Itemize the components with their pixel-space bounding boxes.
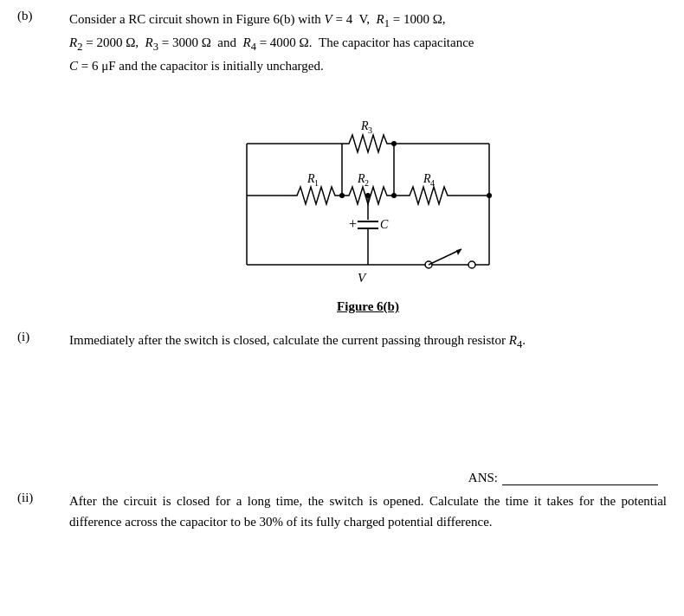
question-block: (b) Consider a RC circuit shown in Figur…	[17, 9, 667, 321]
ans-label: ANS:	[468, 471, 658, 485]
subquestion-ii-content: After the circuit is closed for a long t…	[69, 491, 667, 532]
subquestion-ii: (ii) After the circuit is closed for a l…	[17, 491, 667, 532]
svg-point-20	[391, 141, 397, 146]
subquestion-i: (i) Immediately after the switch is clos…	[17, 330, 667, 353]
svg-text:V: V	[358, 271, 367, 285]
problem-text: Consider a RC circuit shown in Figure 6(…	[69, 9, 667, 76]
question-content: Consider a RC circuit shown in Figure 6(…	[69, 9, 667, 321]
svg-line-29	[429, 249, 461, 265]
figure-label: Figure 6(b)	[69, 299, 667, 314]
svg-text:+: +	[349, 216, 357, 231]
circuit-diagram: R 3 R 1 R	[69, 92, 667, 291]
svg-point-31	[468, 261, 475, 268]
subquestion-ii-label: (ii)	[17, 491, 69, 532]
svg-text:4: 4	[430, 178, 435, 188]
svg-text:2: 2	[365, 178, 369, 188]
svg-text:1: 1	[314, 178, 319, 188]
ans-underline-i	[502, 484, 658, 485]
svg-text:C: C	[380, 218, 389, 231]
svg-point-13	[339, 193, 345, 198]
svg-point-27	[365, 193, 371, 198]
svg-marker-30	[456, 249, 461, 255]
ans-line: ANS:	[17, 471, 658, 485]
subquestion-i-content: Immediately after the switch is closed, …	[69, 330, 667, 353]
svg-point-33	[487, 193, 492, 198]
question-label: (b)	[17, 9, 69, 321]
answer-space-i	[17, 367, 667, 471]
subquestion-i-label: (i)	[17, 330, 69, 353]
svg-text:3: 3	[368, 125, 372, 135]
